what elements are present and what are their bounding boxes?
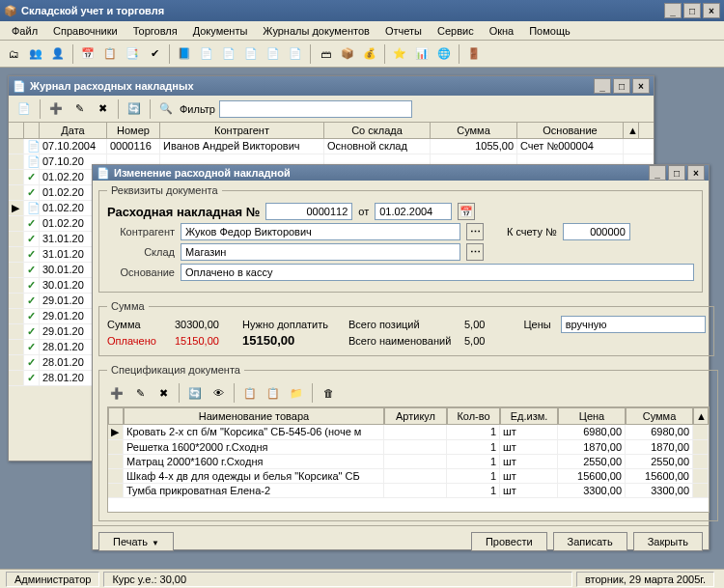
commit-button[interactable]: Провести xyxy=(471,532,547,551)
tb-icon-3[interactable]: 👤 xyxy=(48,44,68,64)
stb-paste[interactable]: 📋 xyxy=(264,383,283,403)
jtb-new[interactable]: 📄 xyxy=(14,99,34,119)
stb-del[interactable]: ✖ xyxy=(153,383,173,403)
jtb-refresh[interactable]: 🔄 xyxy=(125,99,144,119)
tb-icon-6[interactable]: 📑 xyxy=(123,44,142,64)
menu-file[interactable]: Файл xyxy=(4,23,45,39)
prices-mode-input[interactable] xyxy=(561,316,706,333)
sh-qty[interactable]: Кол-во xyxy=(447,407,500,425)
tb-icon-2[interactable]: 👥 xyxy=(26,44,45,64)
close-button[interactable]: Закрыть xyxy=(633,532,703,551)
tb-icon-7[interactable]: ✔ xyxy=(145,44,164,64)
sum-legend: Сумма xyxy=(107,300,149,312)
menu-docs[interactable]: Документы xyxy=(185,23,256,39)
tb-icon-16[interactable]: 💰 xyxy=(360,44,379,64)
doc-number-input[interactable] xyxy=(265,203,352,220)
counterparty-lookup[interactable]: ⋯ xyxy=(466,223,484,240)
tb-icon-15[interactable]: 📦 xyxy=(338,44,357,64)
warehouse-input[interactable] xyxy=(181,243,460,261)
menu-trade[interactable]: Торговля xyxy=(125,23,185,39)
jtb-del[interactable]: ✖ xyxy=(93,99,112,119)
print-button[interactable]: Печать▼ xyxy=(98,532,174,551)
stb-add[interactable]: ➕ xyxy=(107,383,126,403)
tb-icon-13[interactable]: 📄 xyxy=(286,44,305,64)
edit-min[interactable]: _ xyxy=(649,165,666,181)
tb-icon-18[interactable]: 📊 xyxy=(412,44,432,64)
basis-input[interactable] xyxy=(181,264,694,281)
tb-icon-8[interactable]: 📘 xyxy=(175,44,194,64)
jtb-filter-icon[interactable]: 🔍 xyxy=(156,99,176,119)
stb-copy[interactable]: 📋 xyxy=(240,383,260,403)
edit-window: 📄 Изменение расходной накладной _ □ × Ре… xyxy=(92,164,710,550)
jh-date[interactable]: Дата xyxy=(40,123,107,138)
jh-warehouse[interactable]: Со склада xyxy=(324,123,431,138)
menu-journals[interactable]: Журналы документов xyxy=(255,23,377,39)
lbl-sum: Сумма xyxy=(107,319,165,330)
stb-remove[interactable]: 🗑 xyxy=(319,383,338,403)
jh-number[interactable]: Номер xyxy=(107,123,160,138)
edit-close[interactable]: × xyxy=(687,165,705,181)
edit-max[interactable]: □ xyxy=(668,165,685,181)
sh-sum[interactable]: Сумма xyxy=(626,407,693,425)
stb-view[interactable]: 👁 xyxy=(209,383,228,403)
spec-row[interactable]: Шкаф 4-х дв для одежды и белья "Корсика"… xyxy=(108,469,709,484)
tb-icon-5[interactable]: 📋 xyxy=(100,44,120,64)
menu-refs[interactable]: Справочники xyxy=(45,23,125,39)
edit-titlebar: 📄 Изменение расходной накладной _ □ × xyxy=(93,165,709,181)
app-title: Складской учет и торговля xyxy=(21,5,164,16)
menu-reports[interactable]: Отчеты xyxy=(377,23,430,39)
stb-folder[interactable]: 📁 xyxy=(287,383,306,403)
minimize-button[interactable]: _ xyxy=(664,3,682,18)
tb-icon-1[interactable]: 🗂 xyxy=(4,44,23,64)
menu-service[interactable]: Сервис xyxy=(430,23,482,39)
menu-windows[interactable]: Окна xyxy=(482,23,522,39)
tb-exit-icon[interactable]: 🚪 xyxy=(464,44,484,64)
sh-price[interactable]: Цена xyxy=(558,407,626,425)
tb-icon-19[interactable]: 🌐 xyxy=(434,44,454,64)
tb-icon-14[interactable]: 🗃 xyxy=(316,44,335,64)
journal-min[interactable]: _ xyxy=(594,78,611,94)
tb-icon-17[interactable]: ⭐ xyxy=(390,44,409,64)
lbl-paid: Оплачено xyxy=(107,335,165,347)
journal-title: Журнал расходных накладных xyxy=(30,80,194,92)
spec-row[interactable]: Матрац 2000*1600 г.Сходня1шт2550,002550,… xyxy=(108,455,709,469)
filter-input[interactable] xyxy=(219,100,412,118)
account-input[interactable] xyxy=(563,223,630,240)
journal-close[interactable]: × xyxy=(632,78,650,94)
jh-sum[interactable]: Сумма xyxy=(431,123,517,138)
jtb-edit[interactable]: ✎ xyxy=(70,99,89,119)
jtb-add[interactable]: ➕ xyxy=(46,99,66,119)
tb-icon-4[interactable]: 📅 xyxy=(78,44,97,64)
doc-date-input[interactable] xyxy=(375,203,452,220)
counterparty-input[interactable] xyxy=(181,223,460,240)
journal-icon: 📄 xyxy=(13,80,26,93)
sh-unit[interactable]: Ед.изм. xyxy=(500,407,558,425)
spec-row[interactable]: Тумба прикроватная Елена-21шт3300,003300… xyxy=(108,484,709,498)
from-label: от xyxy=(358,206,369,217)
spec-grid[interactable]: Наименование товара Артикул Кол-во Ед.из… xyxy=(107,406,710,513)
tb-icon-11[interactable]: 📄 xyxy=(241,44,261,64)
jh-counterparty[interactable]: Контрагент xyxy=(160,123,324,138)
maximize-button[interactable]: □ xyxy=(683,3,701,18)
tb-icon-12[interactable]: 📄 xyxy=(264,44,283,64)
tb-icon-10[interactable]: 📄 xyxy=(219,44,238,64)
close-button[interactable]: × xyxy=(703,3,720,18)
mdi-area: 📄 Журнал расходных накладных _ □ × 📄 ➕ ✎… xyxy=(0,68,724,588)
sh-art[interactable]: Артикул xyxy=(384,407,447,425)
menu-help[interactable]: Помощь xyxy=(521,23,578,39)
stb-edit[interactable]: ✎ xyxy=(130,383,150,403)
journal-row[interactable]: 📄07.10.20040000116Иванов Андрей Викторов… xyxy=(9,139,654,154)
spec-row[interactable]: Решетка 1600*2000 г.Сходня1шт1870,001870… xyxy=(108,440,709,455)
spec-row[interactable]: ▶Кровать 2-х сп б/м "Корсика" СБ-545-06 … xyxy=(108,425,709,440)
edit-icon: 📄 xyxy=(97,167,110,180)
tb-icon-9[interactable]: 📄 xyxy=(197,44,216,64)
date-picker-button[interactable]: 📅 xyxy=(458,203,475,220)
sh-name[interactable]: Наименование товара xyxy=(124,407,384,425)
stb-refresh[interactable]: 🔄 xyxy=(185,383,205,403)
lbl-positions: Всего позиций xyxy=(348,319,455,330)
app-icon: 📦 xyxy=(4,5,17,17)
warehouse-lookup[interactable]: ⋯ xyxy=(466,243,484,261)
save-button[interactable]: Записать xyxy=(553,532,627,551)
jh-basis[interactable]: Основание xyxy=(517,123,624,138)
journal-max[interactable]: □ xyxy=(613,78,630,94)
